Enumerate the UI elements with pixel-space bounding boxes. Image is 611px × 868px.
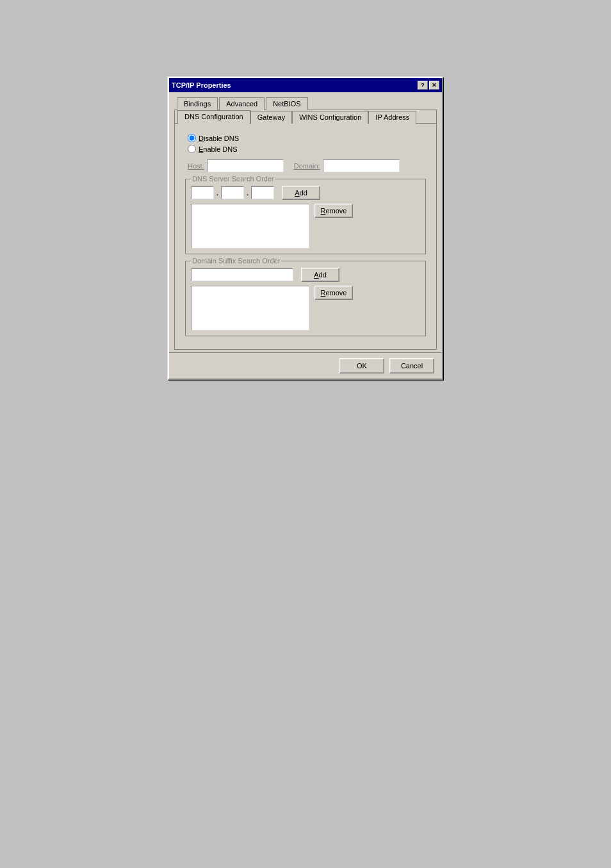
dns-panel-content: Disable DNS Enable DNS Host: Domain: bbox=[175, 123, 436, 349]
disable-dns-label: Disable DNS bbox=[199, 135, 239, 142]
domain-suffix-input[interactable] bbox=[191, 268, 293, 281]
ip-input-row: . . Add bbox=[191, 186, 420, 200]
tcp-ip-properties-dialog: TCP/IP Properties ? ✕ Bindings Advanced … bbox=[168, 77, 443, 380]
dns-server-buttons: Add bbox=[282, 186, 320, 200]
ip-dot-2: . bbox=[247, 189, 248, 197]
close-button[interactable]: ✕ bbox=[429, 81, 439, 90]
dns-server-group-label: DNS Server Search Order bbox=[191, 175, 275, 183]
domain-suffix-group-box: Domain Suffix Search Order Add bbox=[185, 261, 426, 336]
tab-bindings[interactable]: Bindings bbox=[177, 97, 218, 110]
domain-suffix-list-row: Remove bbox=[191, 286, 420, 331]
dns-server-remove-button[interactable]: Remove bbox=[314, 204, 353, 218]
host-domain-row: Host: Domain: bbox=[188, 160, 428, 172]
domain-label: Domain: bbox=[294, 162, 320, 170]
domain-suffix-input-row: Add bbox=[191, 268, 420, 282]
title-bar: TCP/IP Properties ? ✕ bbox=[169, 78, 442, 92]
dns-server-add-button[interactable]: Add bbox=[282, 186, 320, 200]
domain-suffix-add-button[interactable]: Add bbox=[301, 268, 339, 282]
ip-octet-1[interactable] bbox=[191, 186, 214, 199]
domain-suffix-remove-button[interactable]: Remove bbox=[314, 286, 353, 300]
ok-button[interactable]: OK bbox=[339, 358, 384, 373]
domain-suffix-remove-buttons: Remove bbox=[314, 286, 353, 300]
host-label: Host: bbox=[188, 162, 204, 170]
disable-dns-radio-item: Disable DNS bbox=[188, 134, 428, 142]
help-button[interactable]: ? bbox=[418, 81, 428, 90]
host-input[interactable] bbox=[207, 160, 284, 172]
ip-octet-3[interactable] bbox=[251, 186, 274, 199]
tab-netbios[interactable]: NetBIOS bbox=[266, 97, 307, 110]
tab-ip-address[interactable]: IP Address bbox=[368, 111, 416, 124]
dns-server-list-row: Remove bbox=[191, 204, 420, 249]
ip-dot-1: . bbox=[216, 189, 218, 197]
tab-advanced[interactable]: Advanced bbox=[219, 97, 265, 110]
disable-dns-radio[interactable] bbox=[188, 134, 196, 142]
enable-dns-label: Enable DNS bbox=[199, 145, 238, 153]
domain-suffix-group-label: Domain Suffix Search Order bbox=[191, 257, 281, 265]
ip-octet-2[interactable] bbox=[221, 186, 244, 199]
dns-radio-group: Disable DNS Enable DNS bbox=[188, 134, 428, 153]
tab-dns-configuration[interactable]: DNS Configuration bbox=[177, 110, 250, 124]
tab-row-top: Bindings Advanced NetBIOS bbox=[174, 97, 437, 110]
cancel-button[interactable]: Cancel bbox=[389, 358, 434, 373]
tab-gateway[interactable]: Gateway bbox=[250, 111, 292, 124]
tab-panel: DNS Configuration Gateway WINS Configura… bbox=[174, 110, 437, 350]
domain-suffix-add-buttons: Add bbox=[301, 268, 339, 282]
dns-server-list[interactable] bbox=[191, 204, 309, 249]
enable-dns-radio[interactable] bbox=[188, 145, 196, 153]
tab-wins-configuration[interactable]: WINS Configuration bbox=[292, 111, 368, 124]
dns-server-remove-buttons: Remove bbox=[314, 204, 353, 218]
domain-suffix-list[interactable] bbox=[191, 286, 309, 331]
title-bar-controls: ? ✕ bbox=[418, 81, 439, 90]
domain-input[interactable] bbox=[323, 160, 400, 172]
tabs-wrapper: Bindings Advanced NetBIOS DNS Configurat… bbox=[169, 92, 442, 350]
tab-row-bottom: DNS Configuration Gateway WINS Configura… bbox=[175, 110, 436, 124]
enable-dns-radio-item: Enable DNS bbox=[188, 145, 428, 153]
window-title: TCP/IP Properties bbox=[172, 81, 231, 89]
dns-server-group-box: DNS Server Search Order . . Add bbox=[185, 179, 426, 254]
bottom-bar: OK Cancel bbox=[169, 352, 442, 379]
